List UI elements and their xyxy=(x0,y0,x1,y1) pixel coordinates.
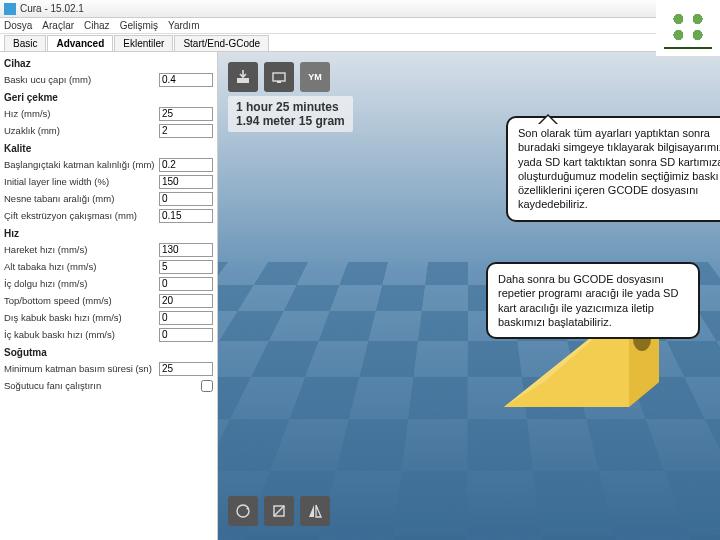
section-header: Kalite xyxy=(4,143,213,154)
setting-row: Baskı ucu çapı (mm) xyxy=(4,71,213,88)
section-header: Hız xyxy=(4,228,213,239)
print-time: 1 hour 25 minutes xyxy=(236,100,345,114)
menu-help[interactable]: Yardım xyxy=(168,20,200,31)
bottom-toolbar xyxy=(228,496,330,526)
setting-row: Hız (mm/s) xyxy=(4,105,213,122)
section-header: Cihaz xyxy=(4,58,213,69)
setting-input[interactable] xyxy=(159,260,213,274)
setting-row: Alt tabaka hızı (mm/s) xyxy=(4,258,213,275)
svg-rect-6 xyxy=(273,73,285,81)
setting-input[interactable] xyxy=(159,328,213,342)
setting-label: Minimum katman basım süresi (sn) xyxy=(4,363,159,374)
setting-input[interactable] xyxy=(159,243,213,257)
setting-input[interactable] xyxy=(159,294,213,308)
setting-input[interactable] xyxy=(159,124,213,138)
setting-row: Initial layer line width (%) xyxy=(4,173,213,190)
share-button[interactable] xyxy=(264,62,294,92)
tab-basic[interactable]: Basic xyxy=(4,35,46,51)
ym-button[interactable]: YM xyxy=(300,62,330,92)
setting-label: Nesne tabanı aralığı (mm) xyxy=(4,193,159,204)
tabbar: Basic Advanced Eklentiler Start/End-GCod… xyxy=(0,34,720,52)
mirror-button[interactable] xyxy=(300,496,330,526)
main: CihazBaskı ucu çapı (mm)Geri çekmeHız (m… xyxy=(0,52,720,540)
setting-label: Initial layer line width (%) xyxy=(4,176,159,187)
menu-file[interactable]: Dosya xyxy=(4,20,32,31)
svg-rect-5 xyxy=(237,78,249,83)
setting-input[interactable] xyxy=(159,107,213,121)
3d-viewport[interactable]: YM 1 hour 25 minutes 1.94 meter 15 gram … xyxy=(218,52,720,540)
setting-input[interactable] xyxy=(159,277,213,291)
setting-label: Başlangıçtaki katman kalınlığı (mm) xyxy=(4,159,159,170)
setting-row: İç kabuk baskı hızı (mm/s) xyxy=(4,326,213,343)
setting-label: Hız (mm/s) xyxy=(4,108,159,119)
setting-checkbox[interactable] xyxy=(201,380,213,392)
svg-point-8 xyxy=(237,505,249,517)
setting-input[interactable] xyxy=(159,175,213,189)
tab-plugins[interactable]: Eklentiler xyxy=(114,35,173,51)
setting-row: Başlangıçtaki katman kalınlığı (mm) xyxy=(4,156,213,173)
setting-label: Uzaklık (mm) xyxy=(4,125,159,136)
scale-button[interactable] xyxy=(264,496,294,526)
svg-line-10 xyxy=(274,506,284,516)
setting-label: Alt tabaka hızı (mm/s) xyxy=(4,261,159,272)
rotate-button[interactable] xyxy=(228,496,258,526)
section-header: Geri çekme xyxy=(4,92,213,103)
setting-input[interactable] xyxy=(159,362,213,376)
setting-row: Hareket hızı (mm/s) xyxy=(4,241,213,258)
setting-label: Dış kabuk baskı hızı (mm/s) xyxy=(4,312,159,323)
setting-row: Çift ekstrüzyon çakışması (mm) xyxy=(4,207,213,224)
setting-row: Minimum katman basım süresi (sn) xyxy=(4,360,213,377)
setting-input[interactable] xyxy=(159,209,213,223)
window-title: Cura - 15.02.1 xyxy=(20,3,84,14)
save-toolpath-button[interactable] xyxy=(228,62,258,92)
setting-row: Top/bottom speed (mm/s) xyxy=(4,292,213,309)
tab-startend[interactable]: Start/End-GCode xyxy=(174,35,269,51)
section-header: Soğutma xyxy=(4,347,213,358)
setting-row: Soğutucu fanı çalıştırın xyxy=(4,377,213,394)
setting-input[interactable] xyxy=(159,158,213,172)
setting-label: Top/bottom speed (mm/s) xyxy=(4,295,159,306)
tab-advanced[interactable]: Advanced xyxy=(47,35,113,51)
brand-logo xyxy=(656,0,720,56)
setting-input[interactable] xyxy=(159,73,213,87)
menu-tools[interactable]: Araçlar xyxy=(42,20,74,31)
menubar: Dosya Araçlar Cihaz Gelişmiş Yardım xyxy=(0,18,720,34)
setting-label: Hareket hızı (mm/s) xyxy=(4,244,159,255)
setting-label: İç kabuk baskı hızı (mm/s) xyxy=(4,329,159,340)
setting-row: Nesne tabanı aralığı (mm) xyxy=(4,190,213,207)
callout-gcode: Daha sonra bu GCODE dosyasını repetier p… xyxy=(486,262,700,339)
top-toolbar: YM xyxy=(228,62,330,92)
svg-rect-7 xyxy=(277,81,281,83)
setting-row: Dış kabuk baskı hızı (mm/s) xyxy=(4,309,213,326)
titlebar: Cura - 15.02.1 xyxy=(0,0,720,18)
setting-label: Soğutucu fanı çalıştırın xyxy=(4,380,201,391)
print-material: 1.94 meter 15 gram xyxy=(236,114,345,128)
callout-save: Son olarak tüm ayarları yaptıktan sonra … xyxy=(506,116,720,222)
print-info: 1 hour 25 minutes 1.94 meter 15 gram xyxy=(228,96,353,132)
setting-row: İç dolgu hızı (mm/s) xyxy=(4,275,213,292)
setting-label: Çift ekstrüzyon çakışması (mm) xyxy=(4,210,159,221)
setting-label: İç dolgu hızı (mm/s) xyxy=(4,278,159,289)
setting-label: Baskı ucu çapı (mm) xyxy=(4,74,159,85)
setting-input[interactable] xyxy=(159,192,213,206)
app-icon xyxy=(4,3,16,15)
setting-input[interactable] xyxy=(159,311,213,325)
menu-device[interactable]: Cihaz xyxy=(84,20,110,31)
menu-advanced[interactable]: Gelişmiş xyxy=(120,20,158,31)
setting-row: Uzaklık (mm) xyxy=(4,122,213,139)
settings-sidebar: CihazBaskı ucu çapı (mm)Geri çekmeHız (m… xyxy=(0,52,218,540)
